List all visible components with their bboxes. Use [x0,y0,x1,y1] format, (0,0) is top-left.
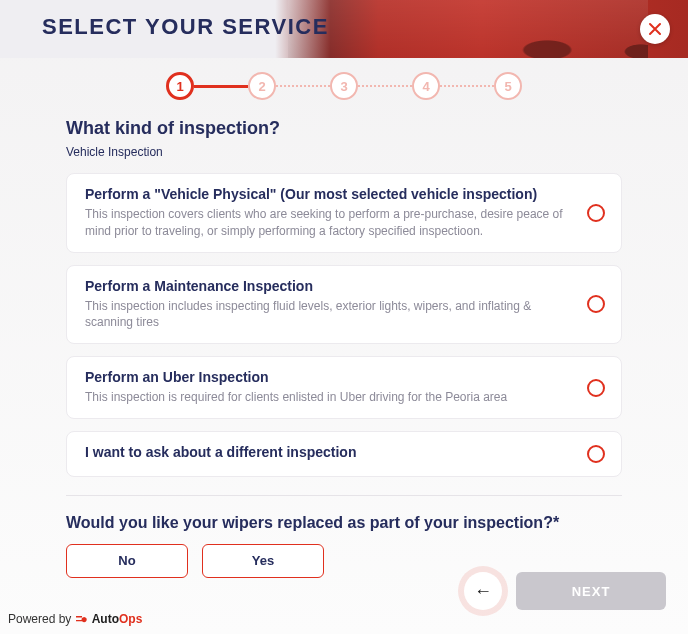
step-connector [358,85,412,87]
step-2: 2 [248,72,276,100]
option-desc: This inspection is required for clients … [85,389,569,406]
step-connector [276,85,330,87]
header-banner: SELECT YOUR SERVICE [0,0,688,58]
close-button[interactable] [640,14,670,44]
radio-icon [587,295,605,313]
question-2-title: Would you like your wipers replaced as p… [66,514,622,532]
option-desc: This inspection covers clients who are s… [85,206,569,240]
next-button[interactable]: NEXT [516,572,666,610]
powered-by: Powered by =● AutoOps [8,612,142,626]
radio-icon [587,379,605,397]
wipers-no-button[interactable]: No [66,544,188,578]
progress-stepper: 1 2 3 4 5 [0,72,688,100]
close-icon [648,22,662,36]
powered-by-label: Powered by [8,612,71,626]
option-title: Perform a Maintenance Inspection [85,278,569,294]
question-1-title: What kind of inspection? [66,118,622,139]
section-divider [66,495,622,496]
step-connector [440,85,494,87]
page-title: SELECT YOUR SERVICE [42,14,329,40]
footer-nav: ← NEXT [464,572,666,610]
option-title: Perform an Uber Inspection [85,369,569,385]
step-3: 3 [330,72,358,100]
inspection-option-other[interactable]: I want to ask about a different inspecti… [66,431,622,477]
car-image [288,0,648,58]
question-1-subtitle: Vehicle Inspection [66,145,622,159]
arrow-left-icon: ← [474,581,492,602]
step-1: 1 [166,72,194,100]
brand-auto: Auto [92,612,119,626]
step-connector [194,85,248,88]
autoops-logo-icon: =● [75,612,85,626]
option-title: I want to ask about a different inspecti… [85,444,569,460]
inspection-option-vehicle-physical[interactable]: Perform a "Vehicle Physical" (Our most s… [66,173,622,253]
step-4: 4 [412,72,440,100]
option-desc: This inspection includes inspecting flui… [85,298,569,332]
radio-icon [587,204,605,222]
back-button[interactable]: ← [464,572,502,610]
brand-ops: Ops [119,612,142,626]
option-title: Perform a "Vehicle Physical" (Our most s… [85,186,569,202]
step-5: 5 [494,72,522,100]
inspection-option-maintenance[interactable]: Perform a Maintenance Inspection This in… [66,265,622,345]
wipers-yes-button[interactable]: Yes [202,544,324,578]
inspection-option-uber[interactable]: Perform an Uber Inspection This inspecti… [66,356,622,419]
radio-icon [587,445,605,463]
main-content: What kind of inspection? Vehicle Inspect… [0,100,688,578]
